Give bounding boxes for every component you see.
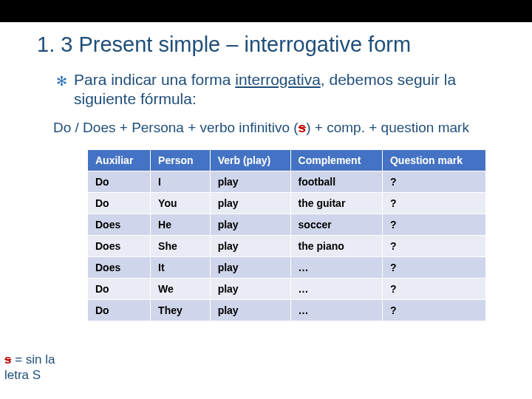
- formula-line: Do / Does + Persona + verbo infinitivo (…: [0, 117, 532, 136]
- table-cell: Does: [88, 256, 151, 278]
- table-cell: Does: [88, 214, 151, 235]
- conjugation-table: Auxiliar Person Verb (play) Complement Q…: [87, 149, 486, 321]
- table-cell: I: [151, 171, 211, 192]
- table-cell: ?: [382, 235, 485, 256]
- table-cell: the guitar: [290, 192, 382, 214]
- table-cell: play: [210, 235, 290, 256]
- bullet-text: Para indicar una forma interrogativa, de…: [74, 70, 495, 109]
- table-cell: play: [210, 256, 290, 278]
- footnote: s = sin la letra S: [4, 352, 55, 383]
- bullet-star-icon: ✻: [56, 73, 67, 89]
- table-cell: Do: [88, 299, 151, 321]
- table-cell: Does: [88, 235, 151, 256]
- formula-post: ) + comp. + question mark: [306, 120, 469, 135]
- table-row: DoesSheplaythe piano?: [88, 235, 486, 256]
- table-cell: …: [290, 278, 382, 299]
- table-row: DoYouplaythe guitar?: [88, 192, 486, 214]
- table-row: DoesHeplaysoccer?: [88, 214, 486, 235]
- table-row: DoTheyplay…?: [88, 299, 486, 321]
- table-cell: play: [210, 192, 290, 214]
- table-cell: They: [151, 299, 211, 321]
- table-row: DoWeplay…?: [88, 278, 486, 299]
- table-cell: ?: [382, 192, 485, 214]
- table-cell: play: [210, 278, 290, 299]
- table-cell: You: [151, 192, 211, 214]
- table-cell: Do: [88, 192, 151, 214]
- footnote-mid: = sin la: [11, 352, 55, 366]
- table-cell: play: [210, 214, 290, 235]
- table-header-row: Auxiliar Person Verb (play) Complement Q…: [88, 149, 486, 171]
- formula-strike-s: s: [299, 120, 307, 135]
- table-cell: Do: [88, 278, 151, 299]
- th-question-mark: Question mark: [382, 149, 485, 171]
- page-title: 1. 3 Present simple – interrogative form: [0, 22, 532, 70]
- formula-pre: Do / Does + Persona + verbo infinitivo (: [53, 120, 299, 135]
- table-cell: …: [290, 299, 382, 321]
- table-cell: play: [210, 299, 290, 321]
- table-cell: ?: [382, 214, 485, 235]
- table-cell: He: [151, 214, 211, 235]
- table-cell: ?: [382, 171, 485, 192]
- header-band: [0, 0, 532, 22]
- bullet-pre: Para indicar una forma: [74, 71, 235, 88]
- table-cell: It: [151, 256, 211, 278]
- table-cell: Do: [88, 171, 151, 192]
- table-cell: She: [151, 235, 211, 256]
- bullet-underline: interrogativa: [235, 71, 321, 88]
- table-cell: football: [290, 171, 382, 192]
- table-cell: ?: [382, 278, 485, 299]
- th-auxiliar: Auxiliar: [88, 149, 151, 171]
- table-cell: soccer: [290, 214, 382, 235]
- table-cell: ?: [382, 299, 485, 321]
- table-cell: play: [210, 171, 290, 192]
- footnote-line2: letra S: [4, 368, 41, 382]
- bullet-block: ✻ Para indicar una forma interrogativa, …: [0, 70, 532, 109]
- table-row: DoIplayfootball?: [88, 171, 486, 192]
- th-complement: Complement: [290, 149, 382, 171]
- th-verb: Verb (play): [210, 149, 290, 171]
- table-cell: the piano: [290, 235, 382, 256]
- table-cell: …: [290, 256, 382, 278]
- table-cell: We: [151, 278, 211, 299]
- table-row: DoesItplay…?: [88, 256, 486, 278]
- th-person: Person: [151, 149, 211, 171]
- table-cell: ?: [382, 256, 485, 278]
